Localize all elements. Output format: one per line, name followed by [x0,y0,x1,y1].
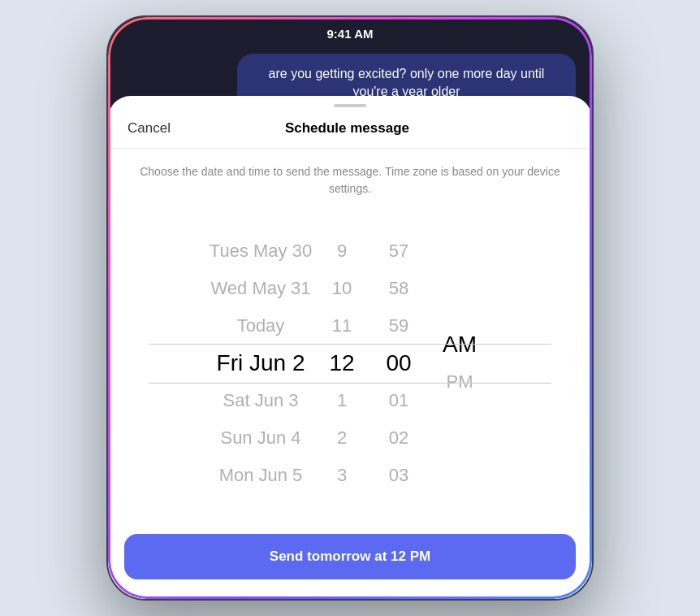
picker-ampm-spacer-bot [427,401,492,513]
picker-date-0[interactable]: Tues May 30 [208,232,313,270]
phone-frame: 9:41 AM are you getting excited? only on… [106,15,594,601]
picker-min-2[interactable]: 59 [370,307,427,345]
picker-date-4[interactable]: Sat Jun 3 [208,382,313,419]
picker-container[interactable]: Tues May 30 Wed May 31 Today Fri Jun 2 S… [108,206,592,521]
picker-min-6[interactable]: 03 [370,457,427,494]
picker-hour-0[interactable]: 9 [313,232,370,270]
picker-date-1[interactable]: Wed May 31 [208,270,313,307]
picker-ampm-spacer-top [427,214,492,326]
picker-min-selected[interactable]: 00 [370,345,427,382]
date-picker-column[interactable]: Tues May 30 Wed May 31 Today Fri Jun 2 S… [208,232,313,494]
picker-ampm-pm[interactable]: PM [427,363,492,401]
picker-hour-4[interactable]: 1 [313,382,370,419]
picker-min-0[interactable]: 57 [370,232,427,270]
status-time: 9:41 AM [327,27,374,41]
minute-picker-column[interactable]: 57 58 59 00 01 02 03 [370,232,427,494]
sheet-header: Cancel Schedule message [108,107,592,149]
picker-hour-5[interactable]: 2 [313,419,370,457]
picker-min-5[interactable]: 02 [370,419,427,457]
cancel-button[interactable]: Cancel [127,120,171,137]
picker-date-5[interactable]: Sun Jun 4 [208,419,313,457]
send-button[interactable]: Send tomorrow at 12 PM [124,534,576,579]
picker-date-6[interactable]: Mon Jun 5 [208,457,313,494]
ampm-picker-column[interactable]: AM PM [427,214,492,513]
picker-hour-2[interactable]: 11 [313,307,370,345]
hour-picker-column[interactable]: 9 10 11 12 1 2 3 [313,232,370,494]
status-bar: 9:41 AM [108,17,592,41]
picker-hour-1[interactable]: 10 [313,270,370,307]
picker-min-1[interactable]: 58 [370,270,427,307]
sheet-description: Choose the date and time to send the mes… [108,149,592,206]
bottom-sheet: Cancel Schedule message Choose the date … [108,96,592,599]
sheet-title: Schedule message [285,120,409,137]
picker-ampm-am[interactable]: AM [427,326,492,363]
picker-hour-6[interactable]: 3 [313,457,370,494]
picker-date-2[interactable]: Today [208,307,313,345]
picker-date-selected[interactable]: Fri Jun 2 [208,345,313,382]
picker-min-4[interactable]: 01 [370,382,427,419]
picker-hour-selected[interactable]: 12 [313,345,370,382]
